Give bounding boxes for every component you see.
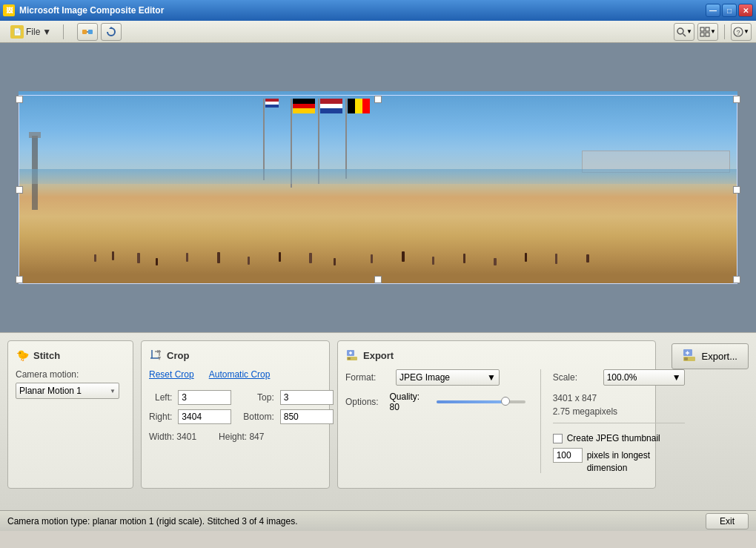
svg-rect-0 [82,30,87,34]
rotate-tool-icon [105,26,117,38]
camera-motion-label: Camera motion: [16,369,125,380]
top-label: Top: [243,392,273,403]
toolbar-separator-1 [63,24,64,39]
export-btn-icon [683,349,696,364]
format-arrow: ▼ [487,372,496,383]
stitch-tool-button[interactable] [77,23,98,41]
quality-label: Quality: 80 [389,392,425,412]
file-menu-icon: 📄 [10,25,24,39]
camera-motion-value: Planar Motion 1 [19,386,82,396]
quality-slider-thumb[interactable] [501,397,510,406]
crop-grid: Left: Top: Right: Bottom: [149,390,322,424]
thumbnail-row: Create JPEG thumbnail [553,433,685,443]
bottom-label: Bottom: [243,412,273,422]
svg-rect-19 [348,357,351,360]
crop-info: Width: 3401 Height: 847 [149,432,322,442]
panorama-container [19,91,737,284]
export-left: Format: JPEG Image ▼ Options: Quality: 8… [345,369,525,418]
svg-rect-6 [700,27,704,31]
export-title-label: Export [363,350,394,361]
stitch-title-label: Stitch [33,350,60,361]
format-row: Format: JPEG Image ▼ [345,369,525,386]
help-icon: ? [733,27,743,37]
export-button-label: Export... [702,351,737,362]
options-row: Options: Quality: 80 [345,392,525,412]
svg-rect-1 [88,30,93,34]
file-menu[interactable]: 📄 File ▼ [4,24,57,40]
format-value: JPEG Image [399,372,450,383]
stitch-icon: 🐤 [16,349,29,362]
reset-crop-button[interactable]: Reset Crop [149,369,194,380]
crop-panel: Crop Reset Crop Automatic Crop Left: Top… [141,340,330,489]
status-text: Camera motion type: planar motion 1 (rig… [7,516,298,526]
app-icon: 🖼 [3,4,15,16]
dimension-label: dimension [587,463,628,473]
left-input[interactable] [178,390,231,405]
thumbnail-checkbox[interactable] [553,434,563,443]
toolbar-icons [77,23,122,41]
help-button[interactable]: ? ▼ [731,23,752,41]
canvas-area[interactable] [0,43,756,332]
height-info: Height: 847 [219,432,264,442]
file-menu-label: File [26,27,40,37]
dimensions-line2: 2.75 megapixels [553,405,685,418]
stitch-panel: 🐤 Stitch Camera motion: Planar Motion 1 … [7,340,133,489]
svg-text:?: ? [737,29,740,36]
svg-rect-24 [684,357,688,360]
stitch-title: 🐤 Stitch [16,349,125,362]
search-button[interactable]: ▼ [674,23,694,41]
toolbar-separator-2 [724,24,725,39]
pixels-input[interactable] [553,448,583,463]
search-icon [676,27,686,37]
quality-slider-track[interactable] [437,400,525,403]
window-controls: — □ ✕ [706,4,753,17]
close-button[interactable]: ✕ [738,4,753,17]
scale-dropdown[interactable]: 100.0% ▼ [603,369,685,386]
camera-motion-arrow: ▼ [110,388,116,395]
rotate-tool-button[interactable] [101,23,122,41]
dimensions-text: 3401 x 847 2.75 megapixels [553,392,685,418]
options-label: Options: [345,397,383,407]
pixels-label: pixels in longest [587,450,650,460]
crop-title-label: Crop [167,350,189,361]
dimensions-line1: 3401 x 847 [553,392,685,405]
quality-slider-fill [437,400,503,403]
title-bar: 🖼 Microsoft Image Composite Editor — □ ✕ [0,0,756,21]
export-btn-panel: Export... [672,340,749,369]
quality-slider-container [437,400,525,403]
top-input[interactable] [280,390,334,405]
exit-button[interactable]: Exit [706,513,749,529]
camera-motion-dropdown[interactable]: Planar Motion 1 ▼ [16,383,119,399]
export-panel: Export Format: JPEG Image ▼ Options: Qua… [337,340,656,489]
scale-arrow: ▼ [672,372,681,383]
export-title: Export [345,349,648,362]
format-dropdown[interactable]: JPEG Image ▼ [396,369,500,386]
scale-label: Scale: [553,372,597,383]
export-right: Scale: 100.0% ▼ 3401 x 847 2.75 megapixe… [540,369,685,473]
status-bar: Camera motion type: planar motion 1 (rig… [0,510,756,531]
panorama-image [19,91,737,284]
toolbar-right: ▼ ▼ ? ▼ [674,23,752,41]
minimize-button[interactable]: — [706,4,720,17]
bottom-input[interactable] [280,409,334,424]
svg-line-5 [683,33,686,36]
left-label: Left: [149,392,172,403]
bottom-panel: 🐤 Stitch Camera motion: Planar Motion 1 … [0,332,756,510]
window-title: Microsoft Image Composite Editor [19,5,164,16]
export-icon [345,349,359,362]
maximize-button[interactable]: □ [722,4,737,17]
file-menu-arrow: ▼ [42,27,51,37]
thumbnail-label: Create JPEG thumbnail [567,433,660,443]
scale-row: Scale: 100.0% ▼ [553,369,685,386]
menu-bar: 📄 File ▼ ▼ [0,21,756,43]
layout-icon [700,27,710,37]
format-label: Format: [345,372,390,383]
svg-point-4 [677,28,683,34]
window-layout-button[interactable]: ▼ [697,23,718,41]
pixels-row: pixels in longest [553,448,685,463]
svg-rect-8 [700,33,704,36]
scale-value: 100.0% [607,372,637,383]
auto-crop-button[interactable]: Automatic Crop [209,369,271,380]
export-button[interactable]: Export... [672,343,749,369]
right-input[interactable] [178,409,231,424]
